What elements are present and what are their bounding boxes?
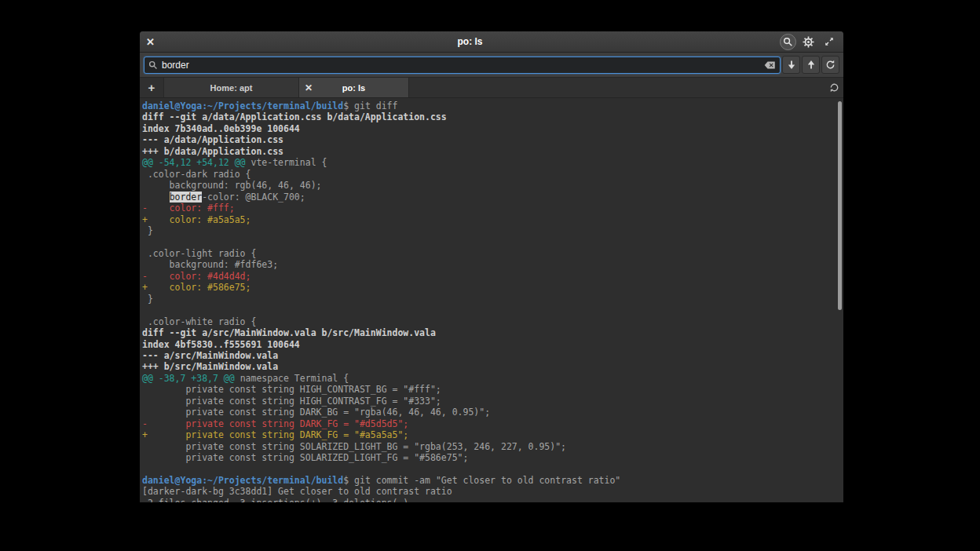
terminal-line: private const string DARK_BG = "rgba(46,… [142,407,843,418]
terminal-line: --- a/data/Application.css [142,134,843,145]
window-title: po: ls [160,36,780,47]
search-next-button[interactable] [782,56,800,74]
terminal-line: } [142,294,843,305]
tab-po-ls[interactable]: ✕ po: ls [299,78,409,97]
terminal-line: @@ -38,7 +38,7 @@ namespace Terminal { [142,373,843,384]
search-previous-button[interactable] [802,56,820,74]
search-icon [783,37,793,47]
search-wrap-button[interactable] [821,56,839,74]
terminal-line: private const string HIGH_CONTRAST_BG = … [142,384,843,395]
terminal-line: +++ b/data/Application.css [142,146,843,157]
arrow-up-icon [806,60,816,70]
terminal-line: private const string SOLARIZED_LIGHT_BG … [142,441,843,452]
terminal-line: .color-dark radio { [142,169,843,180]
terminal-line: background: rgb(46, 46, 46); [142,180,843,191]
titlebar: ✕ po: ls [140,31,843,53]
terminal-line: - color: #fff; [142,203,843,213]
terminal-line: .color-white radio { [142,316,843,327]
terminal-line: index 4bf5830..f555691 100644 [142,339,843,350]
titlebar-icons [780,34,837,50]
window-close-button[interactable]: ✕ [146,37,160,47]
cyclic-search-icon [825,60,836,70]
scrollbar[interactable] [838,101,842,310]
terminal-line: 2 files changed, 3 insertions(+), 3 dele… [142,498,843,502]
terminal-window: ✕ po: ls [140,31,843,502]
terminal-line: diff --git a/src/MainWindow.vala b/src/M… [142,327,843,338]
clear-search-icon[interactable] [764,60,776,70]
search-field[interactable] [144,57,781,74]
tab-close-button[interactable]: ✕ [305,83,313,93]
terminal-line [142,305,843,316]
terminal-line: daniel@Yoga:~/Projects/terminal/build$ g… [142,475,843,486]
terminal-line: + private const string DARK_FG = "#a5a5a… [142,429,843,440]
terminal-line [142,464,843,475]
terminal-line [142,236,843,247]
terminal-line: + color: #586e75; [142,282,843,293]
terminal-line: .color-light radio { [142,248,843,259]
gear-icon [803,36,814,48]
terminal-line: diff --git a/data/Application.css b/data… [142,111,843,122]
terminal-line: - private const string DARK_FG = "#d5d5d… [142,418,843,429]
terminal-line: border-color: @BLACK_700; [142,192,843,203]
terminal-line: + color: #a5a5a5; [142,214,843,225]
history-icon [829,82,839,93]
search-bar [140,53,843,78]
terminal-line: } [142,225,843,236]
terminal-line: @@ -54,12 +54,12 @@ vte-terminal { [142,157,843,168]
settings-button[interactable] [800,34,817,50]
search-icon [148,60,158,70]
restore-tabs-button[interactable] [825,78,843,97]
fullscreen-button[interactable] [821,34,837,50]
terminal-line: private const string SOLARIZED_LIGHT_FG … [142,452,843,463]
new-tab-button[interactable]: + [140,78,164,97]
expand-icon [824,36,835,47]
terminal-line: - color: #4d4d4d; [142,271,843,282]
tab-label: Home: apt [210,83,253,93]
terminal-output[interactable]: daniel@Yoga:~/Projects/terminal/build$ g… [140,98,843,502]
terminal-line: index 7b340ad..0eb399e 100644 [142,123,843,134]
tab-bar: + Home: apt ✕ po: ls [140,78,843,98]
tabbar-spacer [409,78,825,97]
search-toggle-button[interactable] [780,34,796,50]
terminal-line: daniel@Yoga:~/Projects/terminal/build$ g… [142,100,843,111]
arrow-down-icon [787,60,796,70]
terminal-line: +++ b/src/MainWindow.vala [142,361,843,372]
terminal-line: [darker-dark-bg 3c38dd1] Get closer to o… [142,486,843,497]
terminal-line: background: #fdf6e3; [142,259,843,270]
tab-home-apt[interactable]: Home: apt [164,78,299,97]
tab-label: po: ls [342,83,365,93]
terminal-line: private const string HIGH_CONTRAST_FG = … [142,396,843,407]
terminal-line: --- a/src/MainWindow.vala [142,350,843,361]
search-input[interactable] [162,60,760,71]
